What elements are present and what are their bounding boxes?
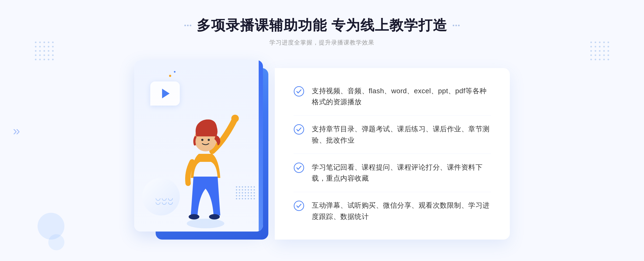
top-deco-left [35, 42, 54, 60]
illustration-area [134, 60, 279, 253]
bottom-circle-deco-2 [48, 234, 64, 250]
svg-point-9 [294, 125, 304, 134]
white-card [134, 60, 263, 232]
feature-text-1: 支持视频、音频、flash、word、excel、ppt、pdf等各种格式的资源… [312, 85, 491, 108]
header-decorators: 多项录播课辅助功能 专为线上教学打造 [184, 16, 460, 35]
play-triangle-icon [162, 89, 170, 98]
page-wrapper: » 多项录播课辅助功能 专为线上教学打造 学习进度全掌握，提升录播课教学效果 [0, 0, 644, 261]
feature-item-3: 学习笔记回看、课程提问、课程评论打分、课件资料下载，重点内容收藏 [294, 162, 491, 184]
feature-divider-3 [294, 192, 491, 192]
svg-point-0 [187, 219, 224, 228]
decorator-dots-left [184, 25, 191, 26]
svg-point-8 [294, 87, 304, 96]
svg-point-6 [201, 139, 203, 141]
sub-title: 学习进度全掌握，提升录播课教学效果 [184, 39, 460, 47]
features-panel: 支持视频、音频、flash、word、excel、ppt、pdf等各种格式的资源… [275, 68, 510, 240]
decorator-dots-right [453, 25, 460, 26]
feature-text-4: 互动弹幕、试听购买、微信分享、观看次数限制、学习进度跟踪、数据统计 [312, 200, 491, 222]
check-icon-2 [294, 124, 304, 135]
feature-item-4: 互动弹幕、试听购买、微信分享、观看次数限制、学习进度跟踪、数据统计 [294, 200, 491, 222]
left-chevron-icon: » [13, 123, 20, 138]
main-title: 多项录播课辅助功能 专为线上教学打造 [197, 16, 447, 35]
svg-point-10 [294, 163, 304, 173]
check-icon-3 [294, 162, 304, 173]
feature-divider-2 [294, 154, 491, 154]
svg-point-7 [208, 139, 210, 141]
top-deco-right [590, 42, 609, 60]
svg-point-1 [231, 115, 239, 122]
feature-divider-1 [294, 115, 491, 116]
main-content: 支持视频、音频、flash、word、excel、ppt、pdf等各种格式的资源… [134, 60, 510, 253]
feature-text-3: 学习笔记回看、课程提问、课程评论打分、课件资料下载，重点内容收藏 [312, 162, 491, 184]
play-bubble [150, 81, 180, 106]
svg-point-11 [294, 201, 304, 211]
check-icon-1 [294, 86, 304, 97]
blue-bar-deco [259, 60, 263, 232]
check-icon-4 [294, 200, 304, 211]
svg-point-2 [189, 214, 199, 219]
white-card-inner [134, 60, 263, 232]
feature-item-2: 支持章节目录、弹题考试、课后练习、课后作业、章节测验、批改作业 [294, 124, 491, 146]
feature-text-2: 支持章节目录、弹题考试、课后练习、课后作业、章节测验、批改作业 [312, 124, 491, 146]
header-section: 多项录播课辅助功能 专为线上教学打造 学习进度全掌握，提升录播课教学效果 [184, 16, 460, 47]
person-figure [171, 98, 240, 232]
feature-item-1: 支持视频、音频、flash、word、excel、ppt、pdf等各种格式的资源… [294, 85, 491, 108]
svg-point-3 [209, 214, 220, 219]
